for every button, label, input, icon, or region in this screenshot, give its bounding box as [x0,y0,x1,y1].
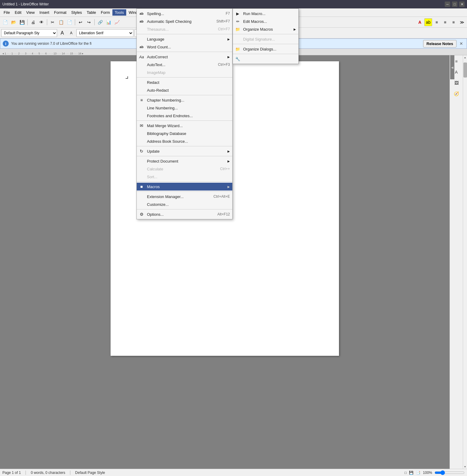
submenu-edit-macros[interactable]: ✏ Edit Macros... [233,17,298,25]
submenu-run-macro[interactable]: ▶ Run Macro... [233,10,298,17]
info-close-button[interactable]: ✕ [458,41,464,47]
cut-button[interactable]: ✂ [49,18,56,26]
menu-format[interactable]: Format [52,9,69,16]
release-notes-button[interactable]: Release Notes [423,40,456,47]
chart-button[interactable]: 📈 [113,18,121,26]
menu-insert[interactable]: Insert [37,9,52,16]
save-button[interactable]: 💾 [18,18,26,26]
menu-chapter-numbering[interactable]: ≡ Chapter Numbering... [137,96,232,104]
menu-sep-2 [137,52,232,52]
paragraph-style-select[interactable]: Default Paragraph Sty [1,29,57,37]
menu-form[interactable]: Form [98,9,112,16]
highlight-button[interactable]: ab [424,18,432,26]
menu-spelling[interactable]: ab Spelling... F7 [137,10,232,17]
zoom-slider[interactable] [435,470,465,475]
menu-address-book[interactable]: Address Book Source... [137,137,232,145]
menu-redact[interactable]: Redact [137,78,232,86]
status-page-style: Default Page Style [75,471,105,475]
copy-button[interactable]: 📋 [57,18,65,26]
menu-protect-doc[interactable]: Protect Document ▶ [137,157,232,165]
options-icon: ⚙ [138,212,145,217]
align-left-button[interactable]: ≡ [433,18,441,26]
menu-styles[interactable]: Styles [69,9,84,16]
more-button[interactable]: ≫ [458,18,466,26]
new-button[interactable]: 📄 [1,18,9,26]
submenu-organize-macros[interactable]: 📁 Organize Macros ▶ [233,25,298,33]
main-area: ◀ ≡ A 🖼 🧭 ▲ ▼ [0,55,467,469]
titlebar: Untitled 1 - LibreOffice Writer ─ □ ✕ [0,0,467,8]
menu-table[interactable]: Table [84,9,98,16]
menu-sort[interactable]: Sort... [137,173,232,181]
align-right-button[interactable]: ≡ [450,18,457,26]
menu-word-count[interactable]: ab Word Count... [137,43,232,51]
menu-mail-merge[interactable]: ✉ Mail Merge Wizard... [137,122,232,130]
maximize-button[interactable]: □ [452,2,457,7]
submenu-organize-dialogs[interactable]: 📁 Organize Dialogs... [233,45,298,53]
menu-footnotes[interactable]: Footnotes and Endnotes... [137,112,232,120]
sidebar-navigator-btn[interactable]: 🧭 [452,89,461,99]
menu-bibliography[interactable]: Bibliography Database [137,130,232,137]
menu-autotext[interactable]: AutoText... Ctrl+F3 [137,61,232,69]
statusbar-sep-2 [70,471,70,475]
menu-extension-manager[interactable]: Extension Manager... Ctrl+Alt+E [137,193,232,200]
scroll-up-arrow[interactable]: ▲ [463,55,467,60]
paste-button[interactable]: 📄 [66,18,73,26]
menu-auto-spell[interactable]: ab Automatic Spell Checking Shift+F7 [137,17,232,25]
vscrollbar[interactable]: ▲ ▼ [463,55,467,469]
close-window-button[interactable]: ✕ [459,2,465,7]
redo-button[interactable]: ↪ [85,18,93,26]
font-increase-button[interactable]: A [58,29,66,37]
menu-macros[interactable]: ■ Macros ▶ [137,183,232,191]
link-button[interactable]: 🔗 [96,18,104,26]
submenu-xml-filter[interactable]: 🔧 [233,55,298,63]
submenu-sep-3 [233,54,298,54]
scroll-track [463,60,467,465]
run-macro-icon: ▶ [234,11,241,16]
align-center-button[interactable]: ≡ [441,18,449,26]
menu-imagemap[interactable]: ImageMap [137,69,232,76]
menu-calculate[interactable]: Calculate Ctrl++ [137,165,232,173]
preview-button[interactable]: 👁 [38,18,45,26]
menu-language[interactable]: Language ▶ [137,35,232,43]
menu-view[interactable]: View [24,9,37,16]
menu-autocorrect[interactable]: Aa AutoCorrect ▶ [137,53,232,61]
open-button[interactable]: 📂 [10,18,17,26]
scroll-thumb[interactable] [463,63,467,78]
font-select[interactable]: Liberation Serif [76,29,133,37]
menu-line-numbering[interactable]: Line Numbering... [137,104,232,112]
menu-file[interactable]: File [1,9,12,16]
autocorrect-icon: Aa [138,55,145,59]
scroll-down-arrow[interactable]: ▼ [463,465,467,469]
update-icon: ↻ [138,149,145,154]
auto-spell-icon: ab [138,20,145,23]
menu-sep-7 [137,156,232,156]
undo-button[interactable]: ↩ [77,18,84,26]
status-page: Page 1 of 1 [2,471,21,475]
statusbar-sep-1 [26,471,26,475]
menu-update[interactable]: ↻ Update ▶ [137,147,232,155]
statusbar: Page 1 of 1 0 words, 0 characters Defaul… [0,469,467,476]
format-a-button[interactable]: A [416,18,424,26]
word-count-icon: ab [138,45,145,49]
page-corner-mark [126,76,128,79]
sidebar-toggle[interactable]: ◀ [450,55,454,79]
minimize-button[interactable]: ─ [445,2,450,7]
table-button[interactable]: 📊 [105,18,112,26]
toolbar-sep-2 [47,19,47,25]
right-sidebar: ◀ ≡ A 🖼 🧭 [450,55,463,469]
organize-dialogs-icon: 📁 [234,47,241,51]
macros-submenu: ▶ Run Macro... ✏ Edit Macros... 📁 Organi… [233,8,299,64]
status-frame-icon: □ [404,471,407,475]
submenu-digital-signature[interactable]: Digital Signature... [233,35,298,43]
sidebar-gallery-btn[interactable]: 🖼 [452,78,461,88]
menu-options[interactable]: ⚙ Options... Alt+F12 [137,210,232,218]
macros-icon: ■ [138,184,145,189]
titlebar-title: Untitled 1 - LibreOffice Writer [2,2,49,6]
print-button[interactable]: 🖨 [29,18,37,26]
menu-thesaurus[interactable]: Thesaurus... Ctrl+F7 [137,25,232,33]
menu-auto-redact[interactable]: Auto-Redact [137,86,232,94]
menu-edit[interactable]: Edit [12,9,24,16]
menu-customize[interactable]: Customize... [137,200,232,208]
menu-tools[interactable]: Tools [112,9,126,16]
font-decrease-button[interactable]: A [67,29,75,37]
